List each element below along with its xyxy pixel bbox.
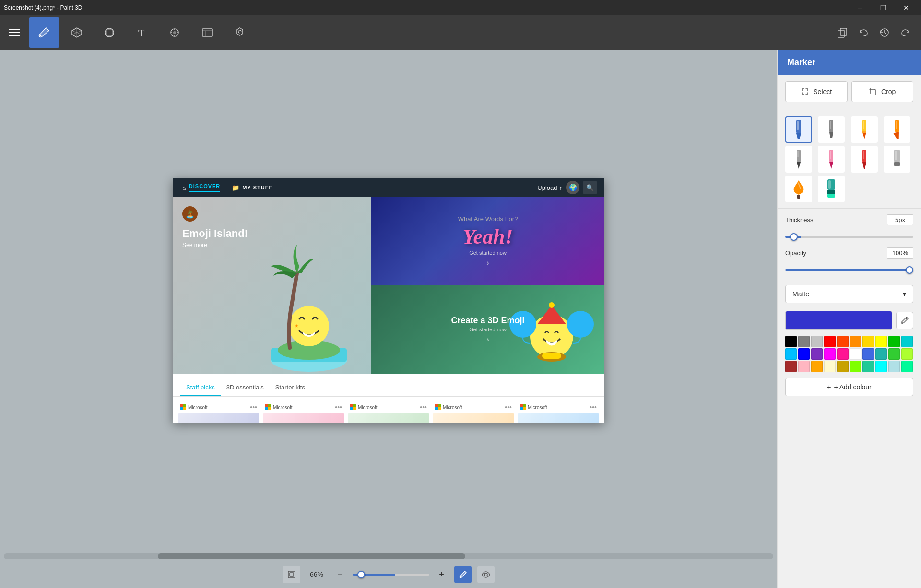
color-purple[interactable]	[811, 348, 823, 360]
ss-hero-right-bottom[interactable]: Create a 3D Emoji Get started now ›	[371, 285, 604, 374]
brush-pen-red[interactable]	[851, 146, 878, 173]
maximize-button[interactable]: ❐	[872, 0, 894, 15]
brush-pen-grey[interactable]	[818, 116, 845, 143]
ss-avatar[interactable]: 🌍	[566, 181, 579, 194]
ss-item-header-2: Microsoft •••	[348, 402, 429, 412]
zoom-out-button[interactable]: −	[333, 568, 347, 581]
tool-text[interactable]: T	[127, 17, 157, 48]
brush-marker-blue[interactable]	[785, 116, 812, 143]
ss-item-dots-4[interactable]: •••	[590, 403, 597, 411]
color-lightseagreen[interactable]	[875, 348, 887, 360]
color-magenta[interactable]	[824, 348, 836, 360]
tool-3d-library[interactable]	[224, 17, 255, 48]
color-green[interactable]	[888, 336, 900, 347]
color-orangered[interactable]	[837, 336, 849, 347]
ss-item-2[interactable]: Microsoft •••	[346, 400, 431, 423]
paste-button[interactable]	[833, 23, 852, 42]
crop-button[interactable]: Crop	[851, 81, 914, 102]
fit-canvas-button[interactable]	[283, 566, 300, 583]
ss-words-arrow[interactable]: ›	[458, 259, 518, 267]
ss-tab-3dessentials[interactable]: 3D essentials	[221, 380, 270, 396]
tool-canvas[interactable]	[192, 17, 223, 48]
color-yellow[interactable]	[875, 336, 887, 347]
color-chartreuse[interactable]	[850, 361, 861, 372]
color-cyan[interactable]	[875, 361, 887, 372]
brush-pencil-dark[interactable]	[785, 146, 812, 173]
opacity-value[interactable]: 100%	[887, 247, 913, 259]
color-mediumspringgreen[interactable]	[901, 361, 913, 372]
color-teal2[interactable]	[862, 361, 874, 372]
color-red[interactable]	[824, 336, 836, 347]
hamburger-menu[interactable]	[6, 24, 23, 41]
color-royalblue[interactable]	[862, 348, 874, 360]
canvas-horizontal-scrollbar[interactable]	[4, 553, 773, 559]
show-hide-button[interactable]	[477, 566, 495, 583]
color-limegreen[interactable]	[888, 348, 900, 360]
minimize-button[interactable]: ─	[849, 0, 871, 15]
add-color-button[interactable]: + + Add colour	[785, 378, 913, 396]
ss-tab-staffpicks[interactable]: Staff picks	[180, 380, 221, 396]
redo-button[interactable]	[896, 23, 915, 42]
brush-eraser[interactable]	[884, 146, 910, 173]
ss-item-0[interactable]: Microsoft •••	[177, 400, 261, 423]
svg-marker-50	[862, 132, 866, 139]
brush-marker-teal[interactable]	[818, 176, 845, 202]
texture-dropdown[interactable]: Matte ▾	[785, 285, 913, 303]
tool-brushes[interactable]	[29, 17, 59, 48]
ss-hero-right-top[interactable]: What Are Words For? Yeah! Get started no…	[371, 197, 604, 285]
close-button[interactable]: ✕	[895, 0, 917, 15]
zoom-slider[interactable]	[353, 574, 429, 576]
ss-tab-starterkits[interactable]: Starter kits	[270, 380, 311, 396]
canvas-viewport[interactable]: ⌂ DISCOVER 📁 MY STUFF Upload ↑ 🌍 🔍	[0, 50, 777, 552]
marker-tool-button[interactable]	[454, 566, 472, 583]
color-darkcyan[interactable]	[901, 336, 913, 347]
ss-nav-discover[interactable]: ⌂ DISCOVER	[180, 179, 222, 196]
ss-upload-btn[interactable]: Upload ↑	[537, 184, 562, 191]
tool-2d-shapes[interactable]	[94, 17, 125, 48]
brush-pencil-yellow[interactable]	[851, 116, 878, 143]
ss-item-dots-3[interactable]: •••	[505, 403, 512, 411]
color-greenyellow[interactable]	[901, 348, 913, 360]
ss-item-dots-1[interactable]: •••	[335, 403, 342, 411]
ss-item-3[interactable]: Microsoft •••	[431, 400, 516, 423]
color-blue[interactable]	[798, 348, 810, 360]
color-darkorange[interactable]	[850, 336, 861, 347]
ss-search-btn[interactable]: 🔍	[583, 181, 597, 194]
color-gold[interactable]	[862, 336, 874, 347]
ss-item-4[interactable]: Microsoft •••	[516, 400, 601, 423]
eyedropper-button[interactable]	[896, 312, 913, 329]
color-lemonchiffon[interactable]	[824, 361, 836, 372]
tool-3d-shapes[interactable]	[61, 17, 92, 48]
history-button[interactable]	[875, 23, 894, 42]
tool-effects[interactable]	[159, 17, 190, 48]
current-color-swatch[interactable]	[785, 311, 892, 330]
color-lightgrey[interactable]	[811, 336, 823, 347]
color-darkgoldenrod[interactable]	[837, 361, 849, 372]
color-orange[interactable]	[811, 361, 823, 372]
ss-mystuff-label: MY STUFF	[242, 185, 272, 190]
opacity-slider[interactable]	[785, 269, 913, 271]
color-deepskyblue[interactable]	[785, 348, 797, 360]
ss-emoji3d-arrow[interactable]: ›	[451, 335, 524, 344]
ss-hero-left[interactable]: 🏝️ Emoji Island! See more	[173, 197, 371, 374]
color-white[interactable]	[850, 348, 861, 360]
select-button[interactable]: Select	[785, 81, 848, 102]
color-brown[interactable]	[785, 361, 797, 372]
color-deeppink[interactable]	[837, 348, 849, 360]
undo-button[interactable]	[854, 23, 873, 42]
brush-fill-orange[interactable]	[785, 176, 812, 202]
ss-item-dots-2[interactable]: •••	[420, 403, 427, 411]
zoom-in-button[interactable]: +	[435, 568, 449, 581]
color-black[interactable]	[785, 336, 797, 347]
scrollbar-thumb[interactable]	[158, 553, 466, 559]
ss-item-dots-0[interactable]: •••	[250, 403, 257, 411]
color-darkgrey[interactable]	[798, 336, 810, 347]
color-lightpink[interactable]	[798, 361, 810, 372]
ss-nav-mystuff[interactable]: 📁 MY STUFF	[230, 180, 274, 195]
brush-pencil-pink[interactable]	[818, 146, 845, 173]
thickness-value[interactable]: 5px	[887, 214, 913, 225]
color-powderblue[interactable]	[888, 361, 900, 372]
brush-calligraphy[interactable]	[884, 116, 910, 143]
thickness-slider[interactable]	[785, 236, 913, 238]
ss-item-1[interactable]: Microsoft •••	[261, 400, 346, 423]
